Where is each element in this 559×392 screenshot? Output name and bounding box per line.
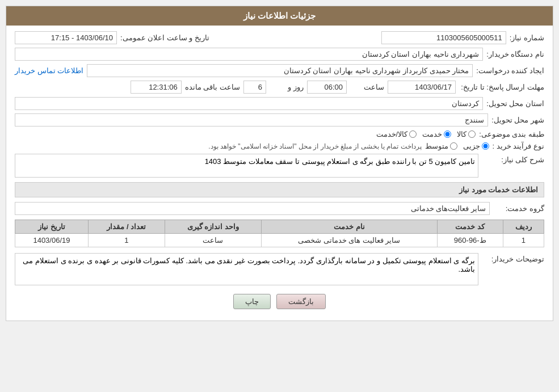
- services-table-section: ردیف کد خدمت نام خدمت واحد اندازه گیری ت…: [15, 220, 544, 247]
- table-cell: 1403/06/19: [15, 234, 89, 247]
- buyer-org-value: شهرداری ناحیه بهاران استان کردستان: [15, 48, 483, 61]
- response-days-label: روز و: [270, 83, 304, 91]
- table-cell: ساعت: [165, 234, 261, 247]
- service-group-row: گروه خدمت: سایر فعالیت‌های خدماتی: [15, 202, 544, 215]
- process-option-jozii[interactable]: جزیی: [463, 142, 489, 150]
- announcement-date-value: 1403/06/10 - 17:15: [15, 31, 117, 44]
- description-row: شرح کلی نیاز: تامین کامیون 5 تن با رانند…: [15, 154, 544, 178]
- service-group-value: سایر فعالیت‌های خدماتی: [15, 202, 490, 215]
- creator-label: ایجاد کننده درخواست:: [476, 66, 544, 75]
- process-radio-motavasset[interactable]: [450, 142, 457, 150]
- process-label-jozii: جزیی: [463, 142, 480, 150]
- services-section-title: اطلاعات خدمات مورد نیاز: [15, 182, 544, 197]
- table-cell: ط-96-960: [437, 234, 503, 247]
- creator-row: ایجاد کننده درخواست: مختار حمیدی کاربردا…: [15, 64, 544, 77]
- category-label-kala: کالا: [457, 130, 466, 138]
- category-label-khadamat: خدمت: [422, 130, 442, 138]
- category-radio-group: کالا/خدمت خدمت کالا: [376, 130, 476, 138]
- category-option-khadamat[interactable]: خدمت: [422, 130, 451, 138]
- services-table: ردیف کد خدمت نام خدمت واحد اندازه گیری ت…: [15, 220, 544, 247]
- buyer-org-label: نام دستگاه خریدار:: [486, 50, 544, 58]
- service-group-label: گروه خدمت:: [493, 204, 544, 213]
- table-cell: 1: [88, 234, 165, 247]
- col-service-code: کد خدمت: [437, 220, 503, 234]
- order-number-value: 1103005605000511: [381, 31, 506, 44]
- col-row-num: ردیف: [503, 220, 544, 234]
- delivery-city-row: شهر محل تحویل: سنندج: [15, 113, 544, 127]
- buyer-notes-textarea[interactable]: برگه ی استعلام پیوستی تکمیل و در سامانه …: [15, 253, 478, 285]
- button-bar: بازگشت چاپ: [15, 294, 544, 309]
- buyer-notes-label: توضیحات خریدار:: [482, 253, 544, 263]
- response-remaining-label: ساعت باقی مانده: [185, 83, 240, 91]
- delivery-city-label: شهر محل تحویل:: [491, 116, 544, 124]
- main-container: جزئیات اطلاعات نیاز شماره نیاز: 11030056…: [6, 6, 553, 321]
- response-date: 1403/06/17: [388, 81, 456, 94]
- delivery-city-value: سنندج: [15, 113, 488, 127]
- creator-value: مختار حمیدی کاربرداز شهرداری ناحیه بهارا…: [87, 64, 473, 77]
- buyer-notes-row: توضیحات خریدار: برگه ی استعلام پیوستی تک…: [15, 253, 544, 285]
- category-option-kala[interactable]: کالا: [457, 130, 476, 138]
- response-deadline-row: مهلت ارسال پاسخ: تا تاریخ: 1403/06/17 سا…: [15, 81, 544, 94]
- page-title: جزئیات اطلاعات نیاز: [6, 6, 553, 26]
- process-label: نوع فرآیند خرید :: [493, 142, 544, 150]
- announcement-date-label: تاریخ و ساعت اعلان عمومی:: [120, 33, 209, 42]
- order-number-row: شماره نیاز: 1103005605000511 تاریخ و ساع…: [15, 31, 544, 44]
- response-deadline-label: مهلت ارسال پاسخ: تا تاریخ:: [459, 83, 544, 91]
- response-time: 06:00: [307, 81, 347, 94]
- category-row: طبقه بندی موضوعی: کالا/خدمت خدمت کالا: [15, 130, 544, 138]
- delivery-province-row: استان محل تحویل: کردستان: [15, 97, 544, 110]
- content-area: شماره نیاز: 1103005605000511 تاریخ و ساع…: [6, 26, 553, 321]
- process-row: نوع فرآیند خرید : متوسط جزیی پرداخت تمام…: [15, 142, 544, 150]
- table-row: 1ط-96-960سایر فعالیت های خدماتی شخصیساعت…: [15, 234, 544, 247]
- category-radio-khadamat[interactable]: [444, 130, 451, 138]
- category-radio-kala-khadamat[interactable]: [409, 130, 417, 138]
- table-cell: 1: [503, 234, 544, 247]
- process-radio-jozii[interactable]: [482, 142, 489, 150]
- description-label: شرح کلی نیاز:: [482, 154, 544, 164]
- back-button[interactable]: بازگشت: [276, 294, 326, 309]
- order-number-label: شماره نیاز:: [510, 33, 544, 42]
- col-unit: واحد اندازه گیری: [165, 220, 261, 234]
- buyer-org-row: نام دستگاه خریدار: شهرداری ناحیه بهاران …: [15, 48, 544, 61]
- process-option-motavasset[interactable]: متوسط: [425, 142, 457, 150]
- description-textarea[interactable]: تامین کامیون 5 تن با راننده طبق برگه ی ا…: [15, 154, 478, 178]
- category-label: طبقه بندی موضوعی:: [479, 130, 544, 138]
- col-quantity: تعداد / مقدار: [88, 220, 165, 234]
- delivery-province-value: کردستان: [15, 97, 483, 110]
- contact-link[interactable]: اطلاعات تماس خریدار: [15, 66, 83, 75]
- col-service-name: نام خدمت: [261, 220, 437, 234]
- response-days: 6: [243, 81, 266, 94]
- col-date: تاریخ نیاز: [15, 220, 89, 234]
- response-time-label: ساعت: [350, 83, 384, 91]
- category-radio-kala[interactable]: [468, 130, 476, 138]
- table-cell: سایر فعالیت های خدماتی شخصی: [261, 234, 437, 247]
- category-option-kala-khadamat[interactable]: کالا/خدمت: [376, 130, 417, 138]
- category-label-kala-khadamat: کالا/خدمت: [376, 130, 408, 138]
- page-wrapper: جزئیات اطلاعات نیاز شماره نیاز: 11030056…: [0, 0, 559, 392]
- response-remaining: 12:31:06: [131, 81, 182, 94]
- process-note: پرداخت تمام یا بخشی از مبلغ خریدار از مح…: [208, 142, 421, 150]
- process-radio-group: متوسط جزیی: [425, 142, 489, 150]
- print-button[interactable]: چاپ: [233, 294, 271, 309]
- delivery-province-label: استان محل تحویل:: [486, 99, 544, 108]
- process-label-motavasset: متوسط: [425, 142, 448, 150]
